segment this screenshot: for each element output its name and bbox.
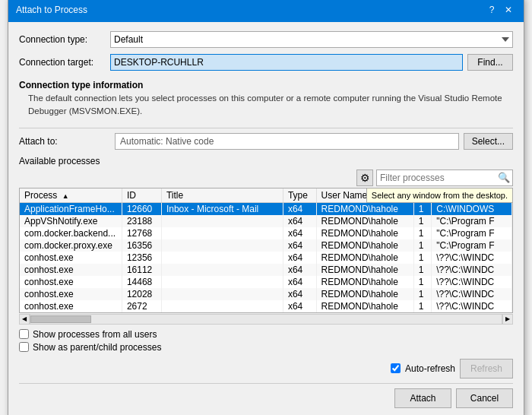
cell-s: 1 <box>413 227 432 239</box>
attach-to-input <box>115 133 459 150</box>
help-button[interactable]: ? <box>484 2 499 17</box>
col-id[interactable]: ID <box>122 188 161 203</box>
show-all-users-row: Show processes from all users <box>19 329 513 340</box>
select-button[interactable]: Select... <box>464 133 513 150</box>
divider-1 <box>19 128 513 128</box>
show-parent-child-row: Show as parent/child processes <box>19 342 513 353</box>
cell-id: 14468 <box>122 276 161 288</box>
bottom-buttons-row: Auto-refresh Refresh <box>19 359 513 379</box>
cell-user: REDMOND\hahole <box>316 252 413 264</box>
cell-id: 16112 <box>122 264 161 276</box>
cell-cmd: \??\C:\WINDC <box>432 300 512 312</box>
find-button[interactable]: Find... <box>467 54 513 71</box>
cell-cmd: "C:\Program F <box>432 239 512 252</box>
cell-type: x64 <box>283 227 316 239</box>
cell-process: conhost.exe <box>20 300 122 312</box>
col-type[interactable]: Type <box>283 188 316 203</box>
attach-button[interactable]: Attach <box>394 388 451 408</box>
cell-process: conhost.exe <box>20 264 122 276</box>
cell-cmd: C:\WINDOWS <box>432 202 512 215</box>
cell-s: 1 <box>413 215 432 227</box>
cell-process: com.docker.backend... <box>20 227 122 239</box>
close-button[interactable]: ✕ <box>501 2 516 17</box>
process-table: Process ▲ ID Title Type User Name S Comm… <box>20 188 512 312</box>
auto-refresh-label[interactable]: Auto-refresh <box>405 363 455 374</box>
refresh-button[interactable]: Refresh <box>460 359 513 379</box>
process-table-wrap: Process ▲ ID Title Type User Name S Comm… <box>19 188 513 313</box>
cell-process: conhost.exe <box>20 252 122 264</box>
h-scrollbar[interactable] <box>30 314 502 325</box>
cell-user: REDMOND\hahole <box>316 288 413 300</box>
cell-cmd: "C:\Program F <box>432 215 512 227</box>
attach-to-label: Attach to: <box>19 136 110 147</box>
select-window-tooltip: Select any window from the desktop. <box>366 188 513 203</box>
connection-target-input[interactable] <box>110 54 463 71</box>
cell-title <box>161 215 283 227</box>
connection-type-label: Connection type: <box>19 34 110 45</box>
table-row[interactable]: conhost.exe12356x64REDMOND\hahole1\??\C:… <box>20 252 512 264</box>
table-row[interactable]: conhost.exe16112x64REDMOND\hahole1\??\C:… <box>20 264 512 276</box>
table-row[interactable]: conhost.exe2672x64REDMOND\hahole1\??\C:\… <box>20 300 512 312</box>
available-label: Available processes <box>19 156 513 166</box>
filter-wrap: 🔍 Select any window from the desktop. <box>376 169 513 186</box>
cell-process: ApplicationFrameHo... <box>20 202 122 215</box>
cell-s: 1 <box>413 264 432 276</box>
scroll-right-button[interactable]: ▶ <box>502 314 513 325</box>
connection-type-row: Connection type: Default <box>19 31 513 48</box>
show-parent-child-checkbox[interactable] <box>19 342 29 352</box>
cell-s: 1 <box>413 288 432 300</box>
cell-id: 23188 <box>122 215 161 227</box>
filter-input[interactable] <box>376 169 513 186</box>
table-row[interactable]: conhost.exe12028x64REDMOND\hahole1\??\C:… <box>20 288 512 300</box>
cell-type: x64 <box>283 202 316 215</box>
cell-user: REDMOND\hahole <box>316 264 413 276</box>
cancel-button[interactable]: Cancel <box>456 388 513 408</box>
table-row[interactable]: com.docker.proxy.exe16356x64REDMOND\haho… <box>20 239 512 252</box>
cell-title <box>161 300 283 312</box>
connection-target-wrap: Find... <box>110 54 513 71</box>
col-title[interactable]: Title <box>161 188 283 203</box>
cell-user: REDMOND\hahole <box>316 239 413 252</box>
cell-title <box>161 264 283 276</box>
cell-user: REDMOND\hahole <box>316 215 413 227</box>
cell-title <box>161 252 283 264</box>
cell-type: x64 <box>283 215 316 227</box>
settings-button[interactable]: ⚙ <box>356 169 373 186</box>
cell-id: 16356 <box>122 239 161 252</box>
cell-user: REDMOND\hahole <box>316 276 413 288</box>
title-bar: Attach to Process ? ✕ <box>8 0 524 22</box>
filter-row: ⚙ 🔍 Select any window from the desktop. <box>19 169 513 186</box>
show-all-users-label[interactable]: Show processes from all users <box>33 329 157 340</box>
connection-info-box: Connection type information The default … <box>19 77 513 119</box>
cell-type: x64 <box>283 300 316 312</box>
cell-title <box>161 276 283 288</box>
scroll-left-button[interactable]: ◀ <box>19 314 30 325</box>
show-parent-child-label[interactable]: Show as parent/child processes <box>33 342 161 353</box>
cell-cmd: \??\C:\WINDC <box>432 252 512 264</box>
cell-type: x64 <box>283 239 316 252</box>
auto-refresh-checkbox[interactable] <box>391 363 401 373</box>
table-row[interactable]: conhost.exe14468x64REDMOND\hahole1\??\C:… <box>20 276 512 288</box>
auto-refresh-section: Auto-refresh Refresh <box>391 359 513 379</box>
table-row[interactable]: AppVShNotify.exe23188x64REDMOND\hahole1"… <box>20 215 512 227</box>
connection-type-select[interactable]: Default <box>110 31 513 48</box>
cell-process: com.docker.proxy.exe <box>20 239 122 252</box>
info-title: Connection type information <box>19 80 513 90</box>
dialog-title: Attach to Process <box>16 5 87 15</box>
cell-cmd: \??\C:\WINDC <box>432 264 512 276</box>
table-row[interactable]: com.docker.backend...12768x64REDMOND\hah… <box>20 227 512 239</box>
sort-arrow: ▲ <box>62 192 69 200</box>
search-icon: 🔍 <box>498 172 510 183</box>
cell-user: REDMOND\hahole <box>316 300 413 312</box>
table-row[interactable]: ApplicationFrameHo...12660Inbox - Micros… <box>20 202 512 215</box>
bottom-options: Show processes from all users Show as pa… <box>19 329 513 353</box>
cell-process: AppVShNotify.exe <box>20 215 122 227</box>
show-all-users-checkbox[interactable] <box>19 329 29 339</box>
attach-to-process-dialog: Attach to Process ? ✕ Connection type: D… <box>8 0 524 415</box>
cell-user: REDMOND\hahole <box>316 202 413 215</box>
process-table-body: ApplicationFrameHo...12660Inbox - Micros… <box>20 202 512 312</box>
cell-type: x64 <box>283 252 316 264</box>
divider-2 <box>19 383 513 384</box>
col-process[interactable]: Process ▲ <box>20 188 122 203</box>
title-bar-buttons: ? ✕ <box>484 2 516 17</box>
